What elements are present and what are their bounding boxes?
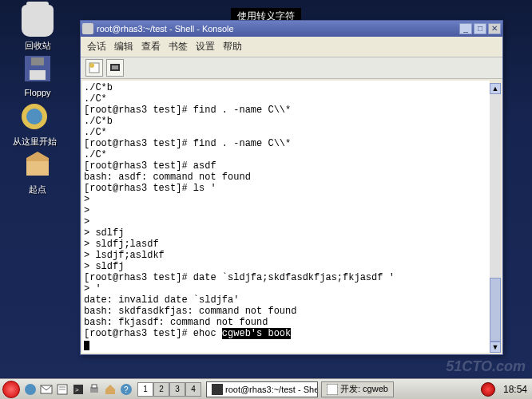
pager-4[interactable]: 4: [185, 382, 201, 397]
window-icon: [327, 384, 338, 395]
record-button[interactable]: [481, 382, 495, 397]
watermark: 51CTO.com: [446, 358, 526, 375]
task-button-dev[interactable]: 开发: cgweb: [321, 381, 394, 397]
globe-icon: [18, 101, 50, 132]
terminal-cursor: [84, 341, 89, 350]
terminal[interactable]: ./C*b ./C* [root@rhas3 test]# find . -na…: [82, 81, 490, 353]
menu-help[interactable]: 帮助: [223, 40, 242, 53]
desktop-icon-home[interactable]: 起点: [10, 148, 66, 196]
svg-rect-2: [31, 57, 44, 65]
tray-help-icon[interactable]: ?: [119, 382, 133, 397]
tray-terminal-icon[interactable]: >: [71, 382, 85, 397]
desktop-icon-trash[interactable]: 回收站: [10, 5, 66, 52]
minimize-button[interactable]: _: [459, 23, 472, 34]
scroll-up-icon[interactable]: ▲: [490, 83, 501, 94]
svg-text:?: ?: [124, 385, 129, 394]
svg-rect-18: [92, 385, 97, 388]
svg-point-10: [25, 384, 36, 395]
window-title: root@rhas3:~/test - Shell - Konsole: [97, 24, 458, 34]
pager-3[interactable]: 3: [169, 382, 185, 397]
svg-rect-9: [112, 65, 118, 69]
floppy-icon: [22, 53, 54, 85]
terminal-icon: [212, 384, 223, 395]
svg-rect-21: [212, 384, 223, 395]
menu-settings[interactable]: 设置: [196, 40, 215, 53]
maximize-button[interactable]: □: [474, 23, 486, 34]
window-app-icon: [82, 23, 93, 34]
desktop-icon-floppy[interactable]: Floppy: [10, 53, 66, 97]
svg-rect-5: [26, 161, 49, 176]
close-button[interactable]: ✕: [488, 23, 501, 34]
toolbar: [81, 57, 502, 79]
tray-print-icon[interactable]: [87, 382, 101, 397]
pager-1[interactable]: 1: [137, 382, 153, 397]
new-session-button[interactable]: [85, 59, 103, 77]
terminal-selection: cgweb's book: [222, 328, 291, 339]
scroll-thumb[interactable]: [490, 278, 501, 342]
tray-globe-icon[interactable]: [23, 382, 38, 397]
scrollbar[interactable]: ▲ ▼: [490, 83, 501, 353]
tray-editor-icon[interactable]: [55, 382, 69, 397]
menu-view[interactable]: 查看: [141, 40, 161, 53]
titlebar[interactable]: root@rhas3:~/test - Shell - Konsole _ □ …: [81, 21, 502, 37]
pager: 1 2 3 4: [137, 382, 201, 397]
menu-edit[interactable]: 编辑: [114, 40, 133, 53]
menubar: 会话 编辑 查看 书签 设置 帮助: [81, 37, 502, 57]
desktop-icon-start-here[interactable]: 从这里开始: [6, 101, 62, 148]
svg-point-4: [26, 109, 42, 124]
menu-bookmarks[interactable]: 书签: [169, 40, 188, 53]
start-button[interactable]: [2, 381, 20, 398]
scroll-down-icon[interactable]: ▼: [490, 342, 501, 353]
taskbar: > ? 1 2 3 4 root@rhas3:~/test - Shell - …: [0, 378, 532, 399]
trash-icon: [22, 5, 54, 37]
home-folder-icon: [22, 148, 54, 180]
clock: 18:54: [503, 384, 527, 395]
task-button-konsole[interactable]: root@rhas3:~/test - Shell - Ko: [206, 381, 318, 397]
svg-rect-1: [30, 70, 46, 80]
tray-mail-icon[interactable]: [39, 382, 54, 397]
pager-2[interactable]: 2: [153, 382, 169, 397]
svg-text:>: >: [75, 386, 79, 393]
svg-rect-22: [327, 384, 338, 395]
screen-button[interactable]: [106, 59, 124, 77]
svg-point-7: [89, 63, 94, 68]
tray-home-icon[interactable]: [103, 382, 117, 397]
menu-session[interactable]: 会话: [87, 40, 106, 53]
konsole-window: root@rhas3:~/test - Shell - Konsole _ □ …: [80, 20, 503, 355]
